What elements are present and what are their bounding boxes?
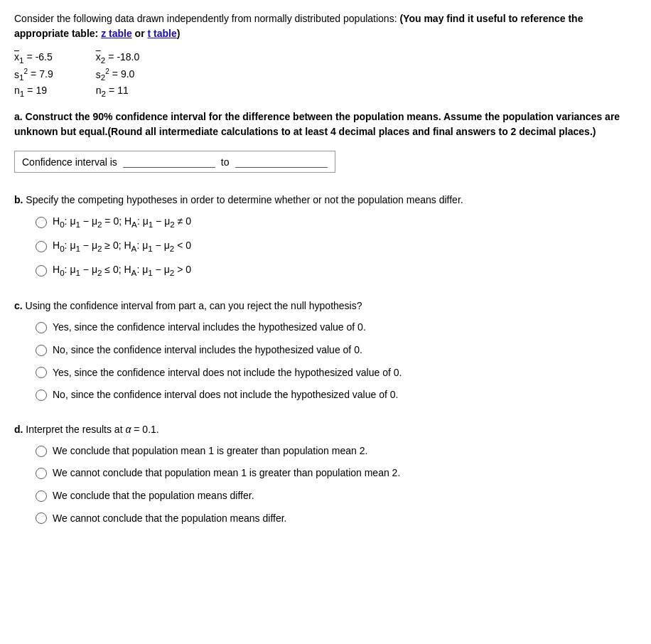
part-d-radio-group: We conclude that population mean 1 is gr… (36, 444, 637, 525)
part-c-radio-4[interactable] (36, 390, 47, 401)
s1-eq: = (31, 68, 36, 80)
part-b-section: b. Specify the competing hypotheses in o… (14, 193, 637, 279)
n2-eq: = (109, 85, 114, 96)
part-a-bold: (Round all intermediate calculations to … (107, 126, 596, 137)
part-c-radio-3[interactable] (36, 367, 47, 378)
part-c-title: c. Using the confidence interval from pa… (14, 299, 637, 313)
part-d-label-2: We cannot conclude that population mean … (53, 466, 400, 481)
intro-or: or (132, 28, 148, 39)
x1-eq: = (26, 51, 32, 63)
variables-section: x1 = -6.5 s12 = 7.9 n1 = 19 x2 = -18.0 s… (14, 51, 637, 98)
z-table-link[interactable]: z table (101, 28, 132, 39)
x1-label: x1 (14, 51, 23, 65)
part-d-section: d. Interpret the results at α = 0.1. We … (14, 422, 637, 525)
part-b-text: Specify the competing hypotheses in orde… (26, 194, 463, 205)
x1-row: x1 = -6.5 (14, 51, 53, 65)
part-b-letter: b. (14, 194, 23, 205)
part-c-option-4[interactable]: No, since the confidence interval does n… (36, 388, 637, 402)
ci-input-lower[interactable] (123, 156, 215, 168)
part-d-label-1: We conclude that population mean 1 is gr… (53, 444, 367, 458)
part-c-radio-1[interactable] (36, 322, 47, 333)
t-table-link[interactable]: t table (148, 28, 177, 39)
part-a-section: a. Construct the 90% confidence interval… (14, 109, 637, 173)
ci-label: Confidence interval is (22, 156, 117, 168)
n1-row: n1 = 19 (14, 85, 53, 98)
s2-row: s22 = 9.0 (96, 68, 140, 82)
part-d-option-2[interactable]: We cannot conclude that population mean … (36, 466, 637, 481)
part-b-option-2[interactable]: H0: μ1 − μ2 ≥ 0; HA: μ1 − μ2 < 0 (36, 239, 637, 254)
variables-col-1: x1 = -6.5 s12 = 7.9 n1 = 19 (14, 51, 53, 98)
part-b-radio-1[interactable] (36, 217, 47, 228)
part-d-label-4: We cannot conclude that the population m… (53, 512, 287, 526)
n2-val: 11 (117, 85, 129, 96)
x1-val: -6.5 (36, 51, 53, 63)
part-d-title: d. Interpret the results at α = 0.1. (14, 422, 637, 437)
confidence-interval-box: Confidence interval is to (14, 151, 335, 173)
s1-val: 7.9 (39, 68, 53, 80)
n1-label: n1 (14, 85, 24, 98)
x2-row: x2 = -18.0 (96, 51, 140, 65)
part-c-option-3[interactable]: Yes, since the confidence interval does … (36, 366, 637, 380)
part-b-option-1[interactable]: H0: μ1 − μ2 = 0; HA: μ1 − μ2 ≠ 0 (36, 215, 637, 230)
part-c-section: c. Using the confidence interval from pa… (14, 299, 637, 402)
s1-row: s12 = 7.9 (14, 68, 53, 82)
alpha-symbol: α (125, 424, 131, 435)
part-d-radio-2[interactable] (36, 468, 47, 479)
part-c-label-2: No, since the confidence interval includ… (53, 343, 362, 358)
part-b-label-3: H0: μ1 − μ2 ≤ 0; HA: μ1 − μ2 > 0 (53, 263, 191, 279)
part-c-letter: c. (14, 300, 23, 311)
x2-eq: = (108, 51, 114, 63)
part-c-label-3: Yes, since the confidence interval does … (53, 366, 402, 380)
ci-to-label: to (221, 156, 230, 168)
part-d-radio-4[interactable] (36, 512, 47, 524)
part-d-label-3: We conclude that the population means di… (53, 489, 254, 503)
variables-col-2: x2 = -18.0 s22 = 9.0 n2 = 11 (96, 51, 140, 98)
s2-val: 9.0 (121, 68, 134, 80)
part-d-letter: d. (14, 424, 23, 435)
part-b-radio-2[interactable] (36, 241, 47, 252)
part-d-radio-3[interactable] (36, 490, 47, 502)
intro-paragraph: Consider the following data drawn indepe… (14, 11, 637, 41)
ci-input-upper[interactable] (235, 156, 328, 168)
part-c-option-2[interactable]: No, since the confidence interval includ… (36, 343, 637, 358)
s1-label: s12 (14, 68, 28, 82)
part-c-radio-group: Yes, since the confidence interval inclu… (36, 321, 637, 402)
intro-close: ) (177, 28, 181, 39)
part-d-radio-1[interactable] (36, 446, 47, 457)
part-b-label-2: H0: μ1 − μ2 ≥ 0; HA: μ1 − μ2 < 0 (53, 239, 191, 254)
part-c-radio-2[interactable] (36, 345, 47, 356)
part-c-label-4: No, since the confidence interval does n… (53, 388, 398, 402)
part-d-text: Interpret the results at α = 0.1. (26, 424, 158, 435)
part-d-option-3[interactable]: We conclude that the population means di… (36, 489, 637, 503)
part-b-label-1: H0: μ1 − μ2 = 0; HA: μ1 − μ2 ≠ 0 (53, 215, 191, 230)
x2-val: -18.0 (117, 51, 139, 63)
part-a-label: a. Construct the 90% confidence interval… (14, 109, 637, 139)
intro-text1: Consider the following data drawn indepe… (14, 13, 399, 24)
part-b-radio-group: H0: μ1 − μ2 = 0; HA: μ1 − μ2 ≠ 0 H0: μ1 … (36, 215, 637, 279)
n2-label: n2 (96, 85, 106, 98)
part-d-option-1[interactable]: We conclude that population mean 1 is gr… (36, 444, 637, 458)
s2-eq: = (112, 68, 118, 80)
part-b-title: b. Specify the competing hypotheses in o… (14, 193, 637, 208)
part-a-letter: a. (14, 111, 23, 122)
n1-val: 19 (36, 85, 47, 96)
part-b-option-3[interactable]: H0: μ1 − μ2 ≤ 0; HA: μ1 − μ2 > 0 (36, 263, 637, 279)
part-c-option-1[interactable]: Yes, since the confidence interval inclu… (36, 321, 637, 335)
part-b-radio-3[interactable] (36, 265, 47, 277)
n2-row: n2 = 11 (96, 85, 140, 98)
s2-label: s22 (96, 68, 109, 82)
part-c-label-1: Yes, since the confidence interval inclu… (53, 321, 366, 335)
part-d-option-4[interactable]: We cannot conclude that the population m… (36, 512, 637, 526)
x2-label: x2 (96, 51, 105, 65)
n1-eq: = (27, 85, 33, 96)
part-c-text: Using the confidence interval from part … (26, 300, 362, 311)
